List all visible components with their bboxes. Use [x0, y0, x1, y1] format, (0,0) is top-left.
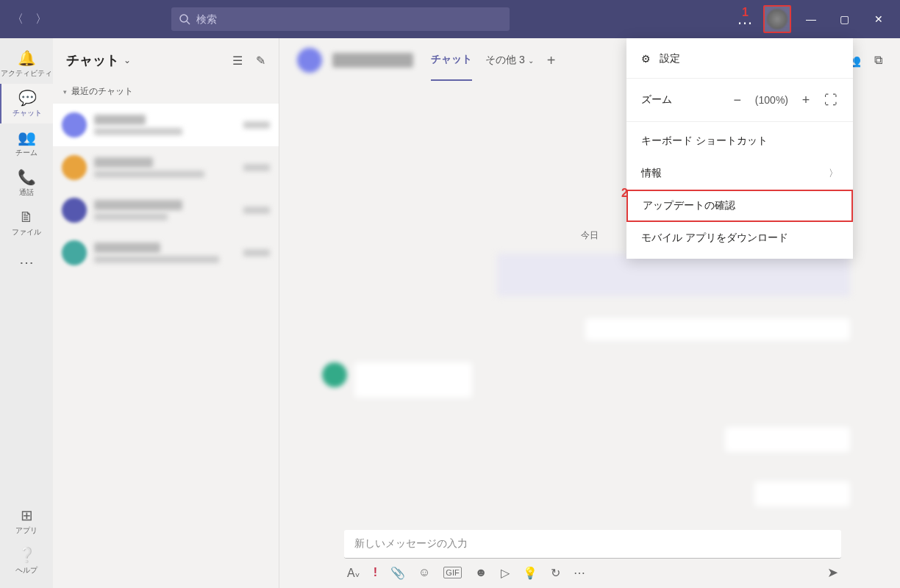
tab-chat[interactable]: チャット [431, 53, 472, 81]
chat-row[interactable] [53, 189, 279, 232]
search-box[interactable] [171, 7, 510, 31]
zoom-in-icon[interactable]: + [799, 93, 813, 108]
menu-info[interactable]: 情報 〉 [626, 157, 853, 190]
rail-chat[interactable]: 💬 チャット [0, 84, 53, 123]
annotation-2: 2 [621, 187, 628, 200]
rail-label: 通話 [19, 187, 34, 198]
new-chat-icon[interactable]: ✎ [256, 54, 265, 68]
rail-label: ヘルプ [15, 565, 38, 576]
emoji-icon[interactable]: ☺ [418, 566, 430, 579]
profile-menu: ⚙ 設定 ズーム − (100%) + ⛶ キーボード ショートカット 情報 〉… [626, 38, 853, 259]
rail-teams[interactable]: 👥 チーム [0, 123, 53, 163]
menu-label: 設定 [660, 52, 680, 65]
conversation-title [332, 53, 413, 68]
format-icon[interactable]: Aᵥ [347, 566, 360, 580]
rail-label: ファイル [12, 227, 41, 237]
sticker-icon[interactable]: ☻ [475, 566, 488, 579]
chat-list-title: チャット [66, 51, 119, 69]
priority-icon[interactable]: ! [374, 566, 377, 579]
chat-icon: 💬 [18, 89, 37, 107]
menu-settings[interactable]: ⚙ 設定 [626, 43, 853, 75]
rail-calls[interactable]: 📞 通話 [0, 163, 53, 203]
praise-icon[interactable]: 💡 [523, 566, 538, 580]
rail-files[interactable]: 🗎 ファイル [0, 203, 53, 243]
search-icon [179, 13, 190, 28]
chevron-right-icon: 〉 [829, 167, 838, 180]
message-bubble [725, 427, 850, 452]
svg-line-1 [187, 21, 190, 24]
chat-row[interactable] [53, 104, 279, 146]
rail-label: チーム [15, 148, 38, 158]
rail-label: チャット [12, 108, 42, 118]
message-composer: 新しいメッセージの入力 Aᵥ ! 📎 ☺ GIF ☻ ▷ 💡 ↻ ⋯ ➤ [344, 530, 841, 581]
add-tab-icon[interactable]: + [547, 52, 556, 69]
nav-back-icon[interactable]: 〈 [7, 9, 28, 29]
rail-more[interactable]: ⋯ [0, 243, 53, 282]
apps-icon: ⊞ [21, 506, 33, 524]
tab-other-label: その他 3 [485, 54, 525, 65]
chevron-down-icon[interactable]: ⌄ [124, 55, 131, 65]
help-icon: ❔ [18, 546, 36, 564]
menu-label: キーボード ショートカット [641, 135, 768, 148]
maximize-icon[interactable]: ▢ [831, 5, 859, 33]
popout-icon[interactable]: ⧉ [874, 54, 882, 68]
menu-label: モバイル アプリをダウンロード [641, 232, 788, 245]
titlebar-right: … — ▢ ✕ [734, 5, 893, 33]
chat-list-header: チャット ⌄ ☰ ✎ [53, 38, 279, 82]
more-compose-icon[interactable]: ⋯ [574, 566, 585, 580]
ellipsis-icon: ⋯ [19, 254, 34, 271]
fullscreen-icon[interactable]: ⛶ [824, 93, 838, 108]
conversation-tabs: チャット その他 3⌄ + [431, 46, 555, 74]
rail-label: アプリ [15, 526, 38, 536]
rail-help[interactable]: ❔ ヘルプ [0, 541, 53, 581]
message-bubble [322, 362, 879, 398]
compose-toolbar: Aᵥ ! 📎 ☺ GIF ☻ ▷ 💡 ↻ ⋯ ➤ [344, 559, 841, 581]
menu-zoom: ズーム − (100%) + ⛶ [626, 82, 853, 118]
file-icon: 🗎 [19, 209, 34, 226]
filter-icon[interactable]: ☰ [232, 54, 243, 68]
gif-icon[interactable]: GIF [443, 567, 461, 578]
attach-icon[interactable]: 📎 [390, 566, 405, 580]
nav-forward-icon[interactable]: 〉 [31, 9, 51, 29]
chat-list-pane: チャット ⌄ ☰ ✎ 最近のチャット [53, 38, 279, 588]
rail-apps[interactable]: ⊞ アプリ [0, 501, 53, 541]
menu-shortcuts[interactable]: キーボード ショートカット [626, 125, 853, 157]
profile-avatar[interactable] [763, 5, 791, 33]
schedule-icon[interactable]: ▷ [501, 566, 510, 580]
nav-arrows: 〈 〉 [7, 9, 51, 29]
send-icon[interactable]: ➤ [827, 564, 838, 581]
title-bar: 〈 〉 … — ▢ ✕ [0, 0, 900, 38]
svg-point-0 [180, 15, 188, 22]
menu-mobile-download[interactable]: モバイル アプリをダウンロード [626, 222, 853, 254]
app-rail: 🔔 アクティビティ 💬 チャット 👥 チーム 📞 通話 🗎 ファイル ⋯ ⊞ ア… [0, 38, 53, 588]
phone-icon: 📞 [18, 168, 36, 186]
minimize-icon[interactable]: — [797, 5, 825, 33]
message-bubble [754, 481, 850, 506]
message-bubble [497, 254, 850, 296]
recent-section-label[interactable]: 最近のチャット [53, 82, 279, 104]
menu-label: アップデートの確認 [643, 199, 735, 212]
gear-icon: ⚙ [641, 53, 651, 65]
zoom-out-icon[interactable]: − [730, 93, 745, 108]
annotation-1: 1 [742, 6, 749, 19]
chevron-down-icon: ⌄ [528, 57, 534, 65]
rail-activity[interactable]: 🔔 アクティビティ [0, 44, 53, 84]
search-input[interactable] [171, 7, 510, 31]
menu-label: 情報 [641, 167, 662, 180]
rail-label: アクティビティ [1, 68, 52, 79]
close-icon[interactable]: ✕ [865, 5, 893, 33]
tab-other[interactable]: その他 3⌄ [485, 54, 534, 80]
zoom-value: (100%) [755, 94, 788, 106]
zoom-label: ズーム [641, 93, 672, 107]
chat-row[interactable] [53, 146, 279, 189]
compose-input[interactable]: 新しいメッセージの入力 [344, 530, 841, 559]
teams-icon: 👥 [18, 129, 36, 146]
menu-check-update[interactable]: アップデートの確認 [626, 190, 853, 222]
bell-icon: 🔔 [18, 49, 36, 67]
chat-row[interactable] [53, 232, 279, 274]
message-bubble [585, 318, 850, 340]
conversation-avatar [297, 48, 322, 73]
loop-icon[interactable]: ↻ [551, 566, 560, 580]
